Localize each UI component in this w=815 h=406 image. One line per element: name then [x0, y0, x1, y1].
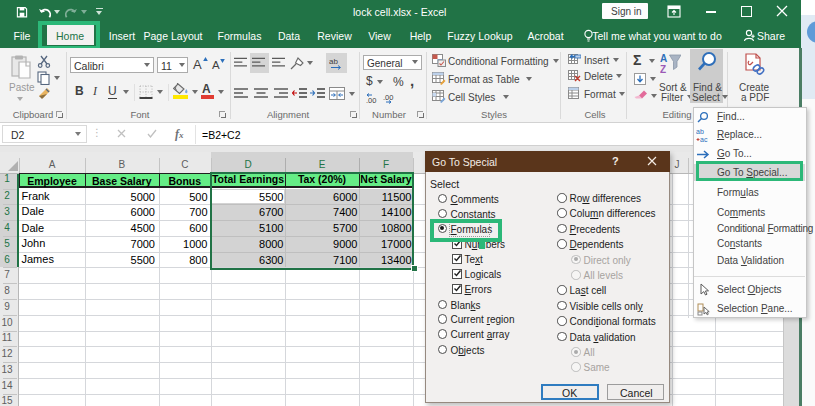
- svg-text:.00: .00: [366, 96, 376, 104]
- svg-text:Z: Z: [660, 64, 666, 75]
- svg-text:ab: ab: [696, 128, 704, 135]
- svg-text:.00: .00: [383, 93, 393, 102]
- svg-text:A: A: [660, 53, 667, 64]
- svg-text:ab: ab: [329, 57, 338, 66]
- svg-text:ac: ac: [700, 136, 708, 143]
